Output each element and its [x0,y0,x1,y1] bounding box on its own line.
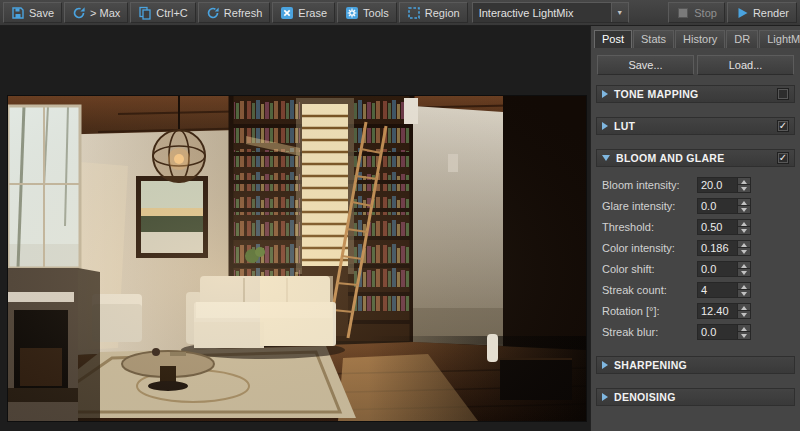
tab-stats[interactable]: Stats [633,30,674,48]
expand-arrow-icon[interactable] [602,393,608,401]
section-header-denoising[interactable]: DENOISING [596,388,795,406]
param-row-color-shift: Color shift:0.0 [602,258,793,279]
tab-lightmix[interactable]: LightMix [759,30,800,48]
spinner-down-icon[interactable] [738,332,750,339]
dropdown-arrow-icon[interactable] [611,3,628,22]
param-input-color-intensity: 0.186 [697,240,751,256]
spinner-up-icon[interactable] [738,199,750,207]
param-value[interactable]: 4 [698,283,737,297]
button-label: Tools [363,7,389,19]
max-button[interactable]: > Max [64,2,128,23]
section-sharpening: SHARPENING [596,356,795,374]
copy-icon [138,6,152,20]
section-title: DENOISING [614,391,789,403]
toolbar: Save> MaxCtrl+CRefreshEraseToolsRegion I… [0,0,800,26]
param-row-threshold: Threshold:0.50 [602,216,793,237]
expand-arrow-icon[interactable] [602,122,608,130]
param-value[interactable]: 0.0 [698,262,737,276]
param-label: Streak count: [602,284,697,296]
render-image[interactable] [8,96,586,421]
section-checkbox-lut[interactable] [777,120,789,132]
section-header-lut[interactable]: LUT [596,117,795,135]
spinner-down-icon[interactable] [738,269,750,276]
stop-button[interactable]: Stop [668,2,725,23]
tab-history[interactable]: History [675,30,725,48]
param-value[interactable]: 0.186 [698,241,737,255]
section-header-sharpening[interactable]: SHARPENING [596,356,795,374]
refresh-button[interactable]: Refresh [198,2,271,23]
button-label: Refresh [224,7,263,19]
param-value[interactable]: 12.40 [698,304,737,318]
spinner-down-icon[interactable] [738,311,750,318]
param-label: Bloom intensity: [602,179,697,191]
param-row-streak-count: Streak count:4 [602,279,793,300]
section-title: BLOOM AND GLARE [616,152,771,164]
section-denoising: DENOISING [596,388,795,406]
spinner-up-icon[interactable] [738,304,750,312]
spinner-up-icon[interactable] [738,220,750,228]
param-value[interactable]: 0.0 [698,199,737,213]
spinner-up-icon[interactable] [738,325,750,333]
ctrl-c-button[interactable]: Ctrl+C [130,2,195,23]
param-row-streak-blur: Streak blur:0.0 [602,321,793,342]
save-settings-button[interactable]: Save... [597,55,694,75]
spinner [737,178,750,192]
spinner [737,241,750,255]
render-mode-value: Interactive LightMix [473,7,611,19]
param-label: Rotation [°]: [602,305,697,317]
spinner-down-icon[interactable] [738,248,750,255]
spinner [737,283,750,297]
load-settings-button[interactable]: Load... [697,55,794,75]
tab-dr[interactable]: DR [726,30,758,48]
spinner-down-icon[interactable] [738,227,750,234]
section-tone-mapping: TONE MAPPING [596,85,795,103]
button-label: Region [425,7,460,19]
param-row-glare-intensity: Glare intensity:0.0 [602,195,793,216]
render-mode-dropdown[interactable]: Interactive LightMix [472,2,629,23]
vray-max-icon [72,6,86,20]
render-button[interactable]: Render [727,2,797,23]
section-lut: LUT [596,117,795,135]
erase-icon [280,6,294,20]
param-value[interactable]: 0.0 [698,325,737,339]
param-label: Threshold: [602,221,697,233]
param-value[interactable]: 0.50 [698,220,737,234]
spinner-down-icon[interactable] [738,290,750,297]
spinner-up-icon[interactable] [738,283,750,291]
section-header-bloom-and-glare[interactable]: BLOOM AND GLARE [596,149,795,167]
spinner-up-icon[interactable] [738,262,750,270]
param-input-bloom-intensity: 20.0 [697,177,751,193]
spinner-down-icon[interactable] [738,185,750,192]
section-title: TONE MAPPING [614,88,771,100]
spinner [737,325,750,339]
settings-panel: PostStatsHistoryDRLightMix Save... Load.… [590,26,800,431]
section-checkbox-tone-mapping[interactable] [777,88,789,100]
erase-button[interactable]: Erase [272,2,335,23]
expand-arrow-icon[interactable] [602,90,608,98]
tab-post[interactable]: Post [594,30,632,48]
tools-icon [345,6,359,20]
param-row-bloom-intensity: Bloom intensity:20.0 [602,174,793,195]
button-label: > Max [90,7,120,19]
tools-button[interactable]: Tools [337,2,397,23]
spinner-down-icon[interactable] [738,206,750,213]
section-checkbox-bloom-and-glare[interactable] [777,152,789,164]
spinner-up-icon[interactable] [738,178,750,186]
param-value[interactable]: 20.0 [698,178,737,192]
button-label: Save [29,7,54,19]
button-label: Ctrl+C [156,7,187,19]
section-title: SHARPENING [614,359,789,371]
section-title: LUT [614,120,771,132]
region-icon [407,6,421,20]
region-button[interactable]: Region [399,2,468,23]
collapse-arrow-icon[interactable] [602,155,610,161]
toolbar-buttons: Save> MaxCtrl+CRefreshEraseToolsRegion [3,2,468,23]
spinner-up-icon[interactable] [738,241,750,249]
section-header-tone-mapping[interactable]: TONE MAPPING [596,85,795,103]
render-canvas-area [0,26,590,431]
expand-arrow-icon[interactable] [602,361,608,369]
preset-buttons: Save... Load... [591,48,800,77]
param-input-glare-intensity: 0.0 [697,198,751,214]
param-input-streak-blur: 0.0 [697,324,751,340]
save-button[interactable]: Save [3,2,62,23]
